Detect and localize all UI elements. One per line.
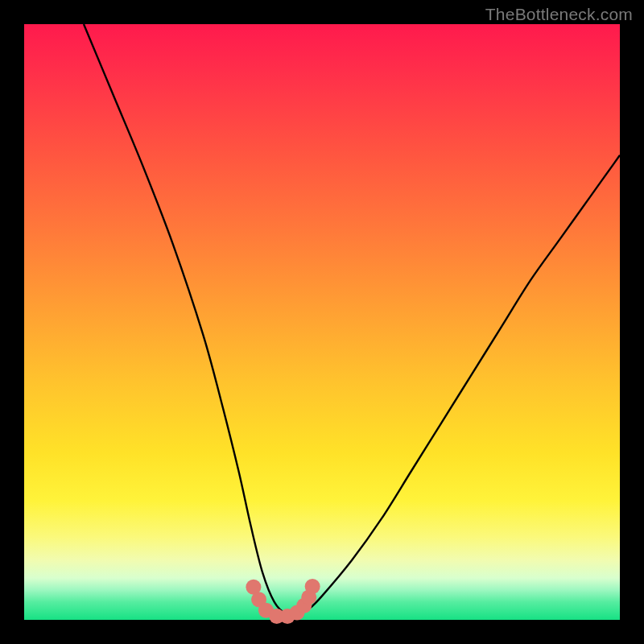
bottleneck-curve	[84, 24, 620, 615]
plot-area	[24, 24, 620, 620]
trough-markers	[246, 579, 320, 624]
chart-svg	[24, 24, 620, 620]
bottleneck-curve-path	[84, 24, 620, 615]
watermark-text: TheBottleneck.com	[485, 5, 633, 24]
chart-frame: TheBottleneck.com	[0, 0, 644, 644]
trough-marker	[305, 579, 320, 594]
